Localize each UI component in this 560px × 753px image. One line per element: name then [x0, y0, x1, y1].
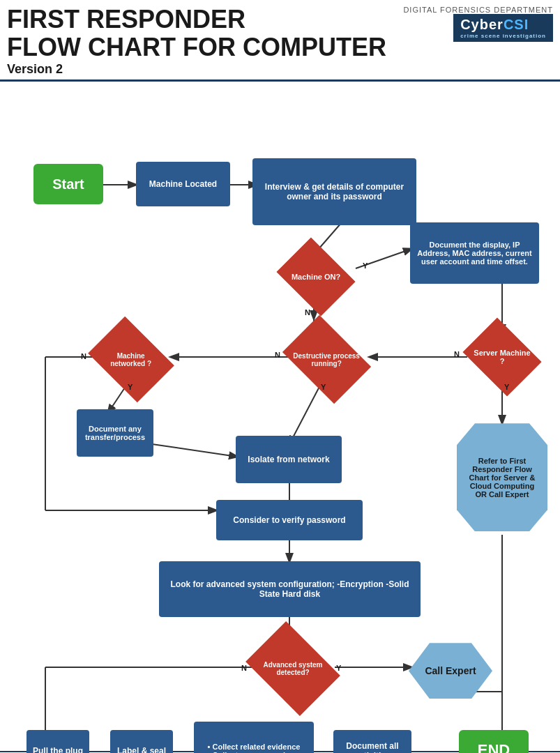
header: FIRST RESPONDER FLOW CHART FOR COMPUTER …: [0, 0, 560, 82]
svg-line-16: [152, 444, 237, 457]
dept-label: DIGITAL FORENSICS DEPARTMENT: [403, 6, 553, 14]
interview-node: Interview & get details of computer owne…: [252, 158, 416, 225]
yn-server-y: Y: [504, 383, 509, 391]
call-expert-node: Call Expert: [409, 643, 492, 699]
yn-networked-n: N: [81, 352, 86, 360]
look-advanced-node: Look for advanced system configuration; …: [159, 561, 421, 617]
title-area: FIRST RESPONDER FLOW CHART FOR COMPUTER …: [7, 6, 386, 77]
title-line2: FLOW CHART FOR COMPUTER: [7, 33, 386, 61]
collect-evidence-node: • Collect related evidence • Collect pow…: [194, 722, 314, 753]
document-activities-node: Document all activities: [333, 730, 411, 753]
yn-machine-on-n: N: [305, 308, 310, 317]
machine-on-diamond: Machine ON?: [278, 249, 354, 305]
yn-networked-y: Y: [128, 383, 133, 391]
destructive-diamond: Destructive process running?: [285, 331, 368, 387]
end-node: END: [459, 730, 529, 753]
machine-located-node: Machine Located: [136, 162, 230, 206]
version-label: Version 2: [7, 62, 386, 77]
refer-expert-node: Refer to First Responder Flow Chart for …: [457, 423, 547, 531]
document-display-node: Document the display, IP Address, MAC ad…: [410, 222, 539, 284]
consider-verify-node: Consider to verify password: [216, 500, 363, 540]
start-node: Start: [33, 164, 103, 204]
logo-area: DIGITAL FORENSICS DEPARTMENT CyberCSI cr…: [403, 6, 553, 42]
pull-plug-node: Pull the plug: [27, 730, 89, 753]
svg-line-11: [289, 381, 322, 444]
flowchart: Start Machine Located Interview & get de…: [0, 82, 560, 751]
advanced-detected-diamond: Advanced system detected?: [251, 638, 335, 699]
yn-advanced-y: Y: [336, 664, 341, 672]
isolate-node: Isolate from network: [236, 436, 342, 483]
server-machine-diamond: Server Machine ?: [464, 329, 540, 385]
title-line1: FIRST RESPONDER: [7, 6, 386, 33]
yn-destructive-n: N: [275, 351, 280, 359]
document-transfer-node: Document any transfer/process: [77, 409, 153, 457]
yn-machine-on-y: Y: [363, 261, 368, 270]
label-seal-node: Label & seal: [110, 730, 173, 753]
yn-server-n: N: [454, 350, 460, 358]
yn-advanced-n: N: [241, 664, 247, 672]
machine-networked-diamond: Machine networked ?: [91, 331, 171, 387]
yn-destructive-y: Y: [321, 383, 326, 391]
cybercsi-logo: CyberCSI crime scene investigation: [453, 14, 553, 42]
